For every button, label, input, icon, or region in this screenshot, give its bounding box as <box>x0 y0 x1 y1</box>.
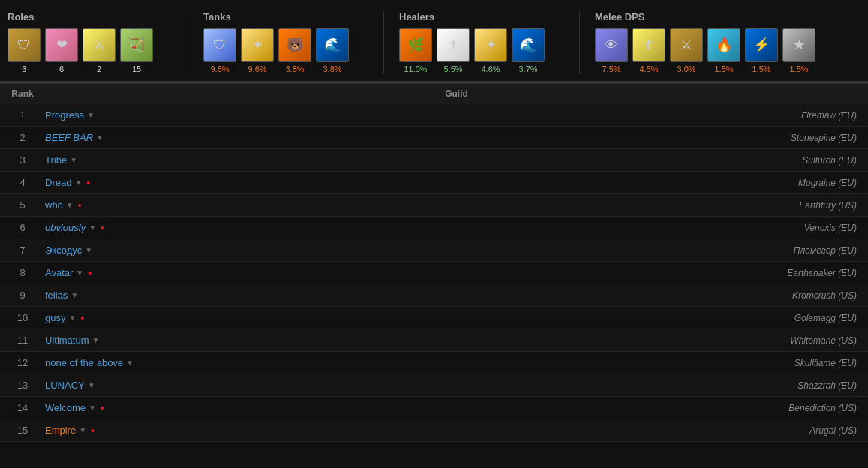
dropdown-arrow-13[interactable]: ▼ <box>88 381 95 389</box>
dropdown-arrow-2[interactable]: ▼ <box>96 134 104 142</box>
table-row: 5who▼•Earthfury (US) <box>0 194 868 217</box>
melee-hunter-icon-label: 1.5% <box>707 64 740 74</box>
row-server-8: Earthshaker (EU) <box>718 268 868 278</box>
guild-name-7[interactable]: Эксодус <box>45 244 82 256</box>
tank-druid-icon: 🐻 <box>278 28 311 62</box>
melee-group: Melee DPS 👁🗡⚔🔥⚡★ 7.5%4.5%3.0%1.5%1.5%1.5… <box>595 11 860 74</box>
dropdown-arrow-8[interactable]: ▼ <box>76 268 83 277</box>
melee-extra-icon-label: 1.5% <box>782 64 815 74</box>
tanks-labels: 9.6%9.6%3.8%3.8% <box>203 64 368 74</box>
guild-name-3[interactable]: Tribe <box>45 154 67 166</box>
red-dot-4: • <box>86 177 90 189</box>
divider-3 <box>579 11 580 74</box>
top-section: Roles 🛡❤⚔🏹 36215 Tanks 🛡✦🐻🌊 9.6%9.6%3.8%… <box>0 0 868 82</box>
divider-1 <box>188 11 188 74</box>
guild-name-6[interactable]: obviously <box>45 222 86 233</box>
role-ranged-icon: 🏹 <box>120 28 153 62</box>
guild-name-13[interactable]: LUNACY <box>45 380 85 391</box>
dropdown-arrow-9[interactable]: ▼ <box>71 291 78 299</box>
tanks-label: Tanks <box>203 11 368 22</box>
tank-paladin-icon-label: 9.6% <box>241 64 274 74</box>
table-body: 1Progress▼Firemaw (EU)2BEEF BAR▼Stonespi… <box>0 104 868 442</box>
row-server-5: Earthfury (US) <box>718 200 868 211</box>
role-healer-icon: ❤ <box>45 28 78 62</box>
red-dot-14: • <box>101 402 104 414</box>
dropdown-arrow-15[interactable]: ▼ <box>79 426 86 434</box>
dropdown-arrow-5[interactable]: ▼ <box>66 201 74 209</box>
row-guild-12: none of the above▼ <box>45 357 718 368</box>
melee-rogue-icon: 🗡 <box>632 28 665 62</box>
guild-name-2[interactable]: BEEF BAR <box>45 132 93 143</box>
guild-name-9[interactable]: fellas <box>45 290 68 301</box>
table-row: 11Ultimatum▼Whitemane (US) <box>0 329 868 352</box>
row-guild-7: Эксодус▼ <box>45 244 718 256</box>
guild-name-11[interactable]: Ultimatum <box>45 334 89 346</box>
table-row: 12none of the above▼Skullflame (EU) <box>0 352 868 374</box>
divider-2 <box>383 11 384 74</box>
table-row: 6obviously▼•Venoxis (EU) <box>0 217 868 239</box>
tank-paladin-icon: ✦ <box>241 28 274 62</box>
row-guild-11: Ultimatum▼ <box>45 334 718 346</box>
table-row: 3Tribe▼Sulfuron (EU) <box>0 149 868 172</box>
row-guild-5: who▼• <box>45 200 718 212</box>
row-rank-7: 7 <box>0 244 45 256</box>
row-guild-9: fellas▼ <box>45 290 718 301</box>
row-server-4: Mograine (EU) <box>718 178 868 188</box>
melee-label: Melee DPS <box>595 11 860 22</box>
guild-name-10[interactable]: gusy <box>45 312 65 323</box>
row-rank-10: 10 <box>0 312 45 323</box>
tank-warrior-icon-label: 9.6% <box>203 64 236 74</box>
guild-name-15[interactable]: Empire <box>45 424 76 436</box>
header-rank: Rank <box>0 88 45 99</box>
row-server-3: Sulfuron (EU) <box>718 155 868 166</box>
role-melee-icon: ⚔ <box>83 28 116 62</box>
dropdown-arrow-1[interactable]: ▼ <box>87 111 95 119</box>
dropdown-arrow-10[interactable]: ▼ <box>68 314 76 322</box>
roles-label: Roles <box>8 11 173 22</box>
role-healer-icon-label: 6 <box>45 64 78 74</box>
table-row: 1Progress▼Firemaw (EU) <box>0 104 868 127</box>
table-row: 4Dread▼•Mograine (EU) <box>0 172 868 194</box>
guild-name-5[interactable]: who <box>45 200 63 211</box>
dropdown-arrow-3[interactable]: ▼ <box>70 156 77 164</box>
row-server-10: Golemagg (EU) <box>718 313 868 323</box>
row-rank-5: 5 <box>0 200 45 211</box>
table-row: 10gusy▼•Golemagg (EU) <box>0 307 868 329</box>
healer-shaman-icon: 🌊 <box>512 28 545 62</box>
dropdown-arrow-12[interactable]: ▼ <box>126 358 134 367</box>
row-rank-15: 15 <box>0 424 45 436</box>
row-rank-2: 2 <box>0 132 45 143</box>
row-guild-10: gusy▼• <box>45 312 718 324</box>
row-rank-13: 13 <box>0 380 45 391</box>
healer-druid-icon-label: 11.0% <box>399 64 432 74</box>
dropdown-arrow-14[interactable]: ▼ <box>89 404 96 412</box>
table-row: 15Empire▼•Arugal (US) <box>0 419 868 442</box>
row-guild-6: obviously▼• <box>45 222 718 234</box>
guild-name-1[interactable]: Progress <box>45 110 84 121</box>
row-server-12: Skullflame (EU) <box>718 358 868 368</box>
healer-priest-icon: ✝ <box>437 28 470 62</box>
dropdown-arrow-4[interactable]: ▼ <box>74 178 82 187</box>
role-tank-icon-label: 3 <box>8 64 41 74</box>
healer-paladin-icon-label: 4.6% <box>474 64 507 74</box>
row-guild-14: Welcome▼• <box>45 402 718 414</box>
row-rank-6: 6 <box>0 222 45 233</box>
table-row: 13LUNACY▼Shazzrah (EU) <box>0 374 868 397</box>
guild-name-4[interactable]: Dread <box>45 177 71 188</box>
guild-name-12[interactable]: none of the above <box>45 357 123 368</box>
table-section: Rank Guild 1Progress▼Firemaw (EU)2BEEF B… <box>0 82 868 442</box>
row-server-9: Kromcrush (US) <box>718 290 868 301</box>
row-guild-8: Avatar▼• <box>45 267 718 279</box>
dropdown-arrow-7[interactable]: ▼ <box>85 246 92 254</box>
tanks-group: Tanks 🛡✦🐻🌊 9.6%9.6%3.8%3.8% <box>203 11 368 74</box>
guild-name-14[interactable]: Welcome <box>45 402 86 413</box>
red-dot-6: • <box>101 222 104 234</box>
guild-name-8[interactable]: Avatar <box>45 267 73 278</box>
row-server-15: Arugal (US) <box>718 425 868 436</box>
dropdown-arrow-11[interactable]: ▼ <box>92 336 100 344</box>
dropdown-arrow-6[interactable]: ▼ <box>89 224 96 232</box>
row-server-1: Firemaw (EU) <box>718 110 868 121</box>
melee-warrior-icon: ⚔ <box>670 28 703 62</box>
row-server-7: Пламегор (EU) <box>718 245 868 256</box>
row-guild-4: Dread▼• <box>45 177 718 189</box>
